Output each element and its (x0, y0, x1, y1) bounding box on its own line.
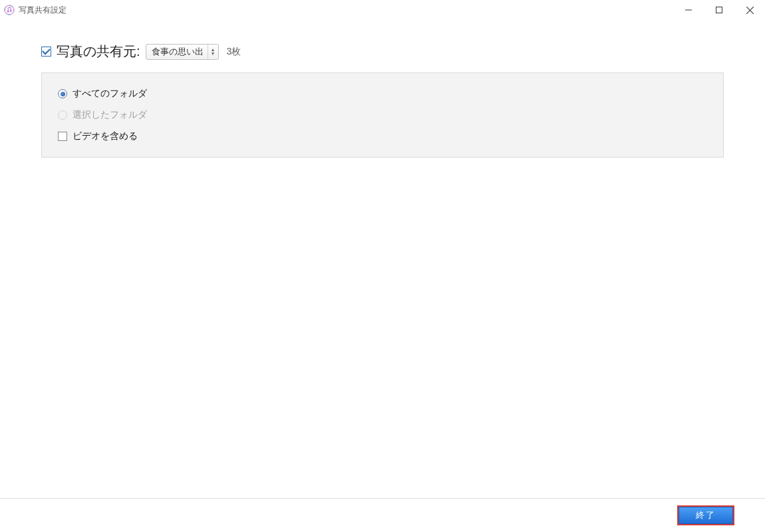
minimize-button[interactable] (673, 0, 704, 20)
footer: 終了 (0, 498, 765, 532)
option-selected-folders: 選択したフォルダ (58, 109, 707, 121)
option-all-folders[interactable]: すべてのフォルダ (58, 88, 707, 100)
option-include-video[interactable]: ビデオを含める (58, 130, 707, 142)
content-area: 写真の共有元: 食事の思い出 ▲▼ 3枚 すべてのフォルダ 選択したフォルダ ビ… (0, 20, 765, 498)
label-include-video: ビデオを含める (73, 130, 138, 142)
photo-count: 3枚 (227, 46, 241, 58)
share-source-select[interactable]: 食事の思い出 ▲▼ (146, 44, 219, 60)
checkbox-include-video[interactable] (58, 132, 67, 141)
share-source-selected-value: 食事の思い出 (152, 46, 204, 58)
label-selected-folders: 選択したフォルダ (73, 109, 147, 121)
titlebar: 写真共有設定 (0, 0, 765, 20)
share-source-label: 写真の共有元: (57, 43, 140, 61)
window-title: 写真共有設定 (19, 5, 67, 16)
folder-options-panel: すべてのフォルダ 選択したフォルダ ビデオを含める (41, 72, 724, 158)
close-button[interactable] (734, 0, 765, 20)
app-icon (4, 5, 15, 15)
svg-point-2 (7, 11, 9, 12)
svg-rect-5 (716, 7, 722, 13)
done-button[interactable]: 終了 (679, 507, 733, 524)
select-stepper-icon: ▲▼ (208, 45, 216, 59)
titlebar-left: 写真共有設定 (4, 5, 67, 16)
window-controls (673, 0, 765, 20)
share-enable-checkbox[interactable] (41, 47, 51, 57)
maximize-button[interactable] (704, 0, 734, 20)
share-source-row: 写真の共有元: 食事の思い出 ▲▼ 3枚 (41, 43, 724, 61)
svg-point-3 (10, 10, 11, 11)
label-all-folders: すべてのフォルダ (73, 88, 147, 100)
radio-selected-folders (58, 110, 67, 120)
radio-all-folders[interactable] (58, 89, 67, 98)
